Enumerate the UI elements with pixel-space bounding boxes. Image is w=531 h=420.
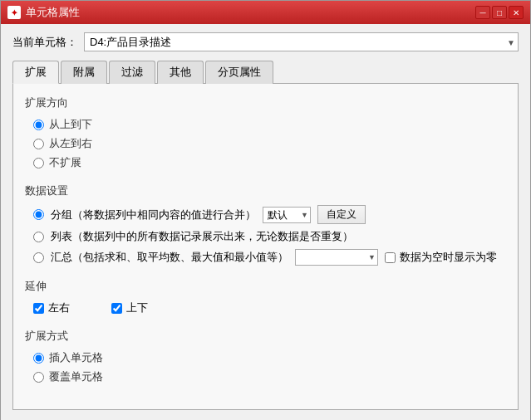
stretch-lr-option[interactable]: 左右 (33, 300, 70, 315)
expand-direction-section: 扩展方向 从上到下 从左到右 不扩展 (25, 95, 506, 170)
tab-attach[interactable]: 附属 (61, 61, 107, 84)
expand-none-radio[interactable] (33, 158, 44, 168)
aggregate-select[interactable]: 求和 平均值 最大值 最小值 计数 (295, 249, 378, 266)
window-content: 当前单元格： D4:产品目录描述 ▼ 扩展 附属 过滤 其他 (1, 24, 530, 420)
title-bar-left: ✦ 单元格属性 (7, 5, 80, 20)
group-select[interactable]: 默认 合并 不合并 (263, 207, 311, 223)
expand-direction-options: 从上到下 从左到右 不扩展 (25, 117, 506, 170)
aggregate-select-wrapper: 求和 平均值 最大值 最小值 计数 ▼ (295, 249, 378, 266)
stretch-ud-option[interactable]: 上下 (111, 300, 148, 315)
window-controls: ─ □ ✕ (475, 6, 524, 19)
cell-select[interactable]: D4:产品目录描述 (84, 32, 519, 51)
group-row: 分组（将数据列中相同内容的值进行合并） 默认 合并 不合并 ▼ 自定义 (25, 205, 506, 224)
app-icon: ✦ (7, 6, 21, 19)
current-cell-row: 当前单元格： D4:产品目录描述 ▼ (12, 32, 519, 51)
expand-top-bottom-option[interactable]: 从上到下 (33, 117, 506, 132)
insert-cell-option[interactable]: 插入单元格 (33, 350, 506, 365)
expand-mode-section: 扩展方式 插入单元格 覆盖单元格 (25, 329, 506, 384)
aggregate-row: 汇总（包括求和、取平均数、最大值和最小值等） 求和 平均值 最大值 最小值 计数… (25, 249, 506, 266)
window-title: 单元格属性 (26, 5, 80, 20)
expand-left-right-label: 从左到右 (49, 136, 92, 151)
maximize-button[interactable]: □ (492, 6, 507, 19)
aggregate-radio[interactable] (33, 252, 44, 263)
expand-mode-options: 插入单元格 覆盖单元格 (25, 350, 506, 384)
current-cell-label: 当前单元格： (12, 35, 77, 50)
stretch-options: 左右 上下 (25, 300, 506, 315)
null-zero-checkbox[interactable] (385, 252, 396, 263)
tab-bar: 扩展 附属 过滤 其他 分页属性 (12, 60, 519, 84)
stretch-lr-checkbox[interactable] (33, 303, 44, 314)
group-radio[interactable] (33, 209, 44, 220)
list-row: 列表（数据列中的所有数据记录展示出来，无论数据是否重复） (25, 229, 506, 244)
group-select-wrapper: 默认 合并 不合并 ▼ (263, 207, 311, 223)
tab-page[interactable]: 分页属性 (205, 61, 273, 84)
tab-other[interactable]: 其他 (157, 61, 204, 84)
list-label: 列表（数据列中的所有数据记录展示出来，无论数据是否重复） (51, 229, 353, 244)
null-zero-label: 数据为空时显示为零 (400, 250, 497, 265)
stretch-title: 延伸 (25, 279, 506, 294)
insert-cell-label: 插入单元格 (49, 350, 103, 365)
expand-left-right-option[interactable]: 从左到右 (33, 136, 506, 151)
main-window: ✦ 单元格属性 ─ □ ✕ 当前单元格： D4:产品目录描述 ▼ 扩展 (0, 0, 531, 420)
customize-button[interactable]: 自定义 (317, 205, 366, 224)
expand-left-right-radio[interactable] (33, 139, 44, 149)
data-settings-title: 数据设置 (25, 183, 506, 198)
close-button[interactable]: ✕ (509, 6, 524, 19)
null-zero-option[interactable]: 数据为空时显示为零 (385, 250, 497, 265)
cover-cell-radio[interactable] (33, 372, 44, 383)
cover-cell-label: 覆盖单元格 (49, 369, 103, 384)
expand-none-option[interactable]: 不扩展 (33, 155, 506, 170)
cell-select-wrapper: D4:产品目录描述 ▼ (84, 32, 519, 51)
expand-top-bottom-radio[interactable] (33, 120, 44, 130)
minimize-button[interactable]: ─ (475, 6, 490, 19)
aggregate-label: 汇总（包括求和、取平均数、最大值和最小值等） (51, 250, 288, 265)
stretch-ud-label: 上下 (126, 300, 148, 315)
cover-cell-option[interactable]: 覆盖单元格 (33, 369, 506, 384)
title-bar: ✦ 单元格属性 ─ □ ✕ (1, 1, 530, 24)
list-radio[interactable] (33, 232, 44, 242)
tab-filter[interactable]: 过滤 (109, 61, 155, 84)
data-settings-section: 数据设置 分组（将数据列中相同内容的值进行合并） 默认 合并 不合并 ▼ 自定义 (25, 183, 506, 266)
stretch-ud-checkbox[interactable] (111, 303, 122, 314)
expand-top-bottom-label: 从上到下 (49, 117, 92, 132)
tab-expand[interactable]: 扩展 (12, 61, 59, 84)
stretch-section: 延伸 左右 上下 (25, 279, 506, 315)
stretch-lr-label: 左右 (48, 300, 70, 315)
expand-mode-title: 扩展方式 (25, 329, 506, 344)
group-label: 分组（将数据列中相同内容的值进行合并） (51, 208, 256, 222)
expand-direction-title: 扩展方向 (25, 95, 506, 110)
insert-cell-radio[interactable] (33, 353, 44, 364)
expand-none-label: 不扩展 (49, 155, 81, 170)
tab-panel: 扩展方向 从上到下 从左到右 不扩展 (12, 84, 519, 410)
